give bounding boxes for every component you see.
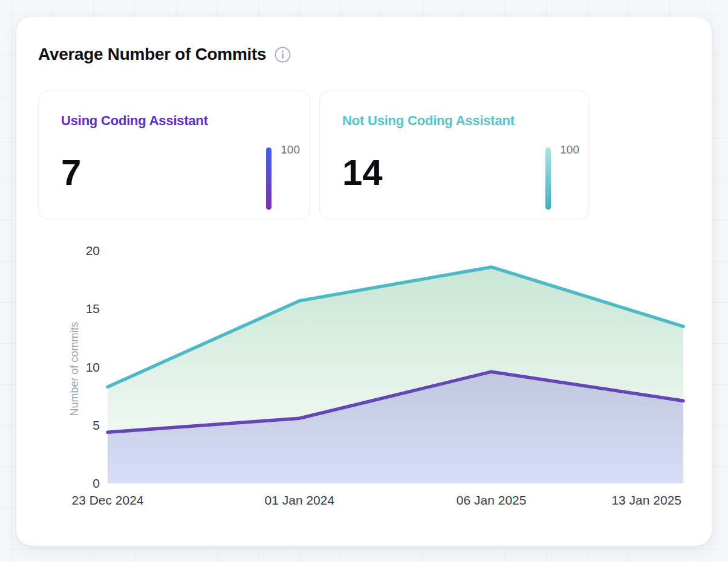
y-tick-label: 0 <box>63 476 100 491</box>
stat-value: 7 <box>61 155 81 191</box>
y-tick-label: 20 <box>63 244 100 258</box>
stat-card-not-using-assistant: Not Using Coding Assistant 14 100 <box>319 91 590 219</box>
x-tick-label: 13 Jan 2025 <box>611 493 681 508</box>
stat-title: Using Coding Assistant <box>61 113 208 129</box>
commits-area-chart[interactable] <box>108 251 683 483</box>
y-axis-title: Number of commits <box>68 309 81 430</box>
stat-gauge: 100 <box>545 143 579 210</box>
card-header: Average Number of Commits <box>38 45 291 64</box>
commits-card: Average Number of Commits Using Coding A… <box>16 17 712 546</box>
commits-chart-svg <box>108 251 683 483</box>
stat-card-using-assistant: Using Coding Assistant 7 100 <box>38 91 310 219</box>
page-title: Average Number of Commits <box>38 45 266 64</box>
stat-value: 14 <box>342 155 383 191</box>
gauge-max-label: 100 <box>560 143 579 156</box>
info-icon[interactable] <box>275 47 291 63</box>
stat-title: Not Using Coding Assistant <box>342 113 515 129</box>
x-tick-label: 23 Dec 2024 <box>71 493 143 508</box>
gauge-bar <box>545 147 551 210</box>
stat-cards-row: Using Coding Assistant 7 100 Not Using C… <box>38 91 590 219</box>
x-tick-label: 06 Jan 2025 <box>457 493 527 508</box>
x-tick-label: 01 Jan 2024 <box>265 493 335 508</box>
gauge-max-label: 100 <box>281 143 300 156</box>
gauge-bar <box>266 147 271 210</box>
stat-gauge: 100 <box>266 143 300 210</box>
